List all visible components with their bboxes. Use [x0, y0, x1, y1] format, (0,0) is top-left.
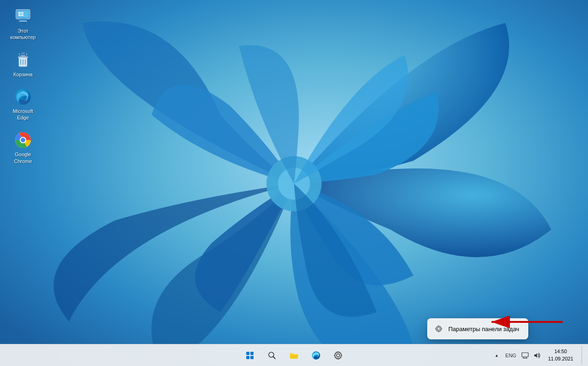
language-label: ENG [505, 353, 516, 358]
desktop-icon-my-computer[interactable]: Этот компьютер [5, 5, 41, 44]
settings-menu-icon [435, 325, 443, 333]
svg-rect-5 [20, 19, 26, 21]
taskbar-right: ▲ ENG [492, 346, 584, 365]
svg-rect-10 [21, 14, 23, 16]
volume-icon[interactable] [532, 351, 542, 360]
my-computer-label: Этот компьютер [7, 28, 39, 41]
desktop-icon-recycle-bin[interactable]: Корзина [5, 48, 41, 80]
desktop-icons: Этот компьютер Корзина [5, 5, 41, 167]
google-chrome-icon [14, 131, 32, 149]
clock-date: 11.09.2021 [548, 355, 573, 362]
system-clock[interactable]: 14:50 11.09.2021 [544, 348, 577, 362]
svg-rect-13 [21, 55, 25, 57]
tray-expand-button[interactable]: ▲ [492, 351, 501, 360]
svg-rect-26 [250, 356, 254, 359]
svg-rect-6 [19, 21, 27, 22]
taskbar-context-menu: Параметры панели задач [427, 318, 528, 339]
svg-rect-9 [18, 14, 21, 16]
file-explorer-button[interactable] [284, 345, 304, 366]
svg-rect-7 [18, 12, 21, 14]
svg-point-20 [21, 138, 25, 142]
start-button[interactable] [240, 345, 260, 366]
settings-button[interactable] [328, 345, 348, 366]
svg-rect-23 [246, 352, 249, 355]
edge-taskbar-button[interactable] [306, 345, 326, 366]
microsoft-edge-icon [14, 88, 32, 106]
display-icon[interactable] [520, 351, 530, 360]
recycle-bin-label: Корзина [13, 71, 33, 78]
language-indicator[interactable]: ENG [504, 351, 518, 360]
svg-rect-30 [522, 353, 528, 357]
taskbar-settings-menu-item[interactable]: Параметры панели задач [427, 321, 528, 337]
svg-line-28 [273, 356, 276, 359]
svg-rect-25 [246, 356, 249, 359]
desktop-icon-google-chrome[interactable]: Google Chrome [5, 128, 41, 167]
microsoft-edge-label: Microsoft Edge [7, 108, 39, 121]
show-desktop-button[interactable] [582, 346, 584, 365]
taskbar-center-icons [240, 345, 348, 366]
taskbar-settings-label: Параметры панели задач [448, 326, 519, 332]
desktop: Этот компьютер Корзина [0, 0, 588, 366]
my-computer-icon [14, 7, 32, 26]
desktop-icon-microsoft-edge[interactable]: Microsoft Edge [5, 85, 41, 124]
search-button[interactable] [262, 345, 282, 366]
recycle-bin-icon [14, 51, 32, 69]
clock-time: 14:50 [554, 348, 567, 355]
desktop-wallpaper [0, 0, 588, 366]
svg-rect-8 [21, 12, 23, 14]
taskbar: ▲ ENG [0, 344, 588, 366]
svg-rect-24 [250, 352, 254, 355]
google-chrome-label: Google Chrome [7, 151, 39, 164]
